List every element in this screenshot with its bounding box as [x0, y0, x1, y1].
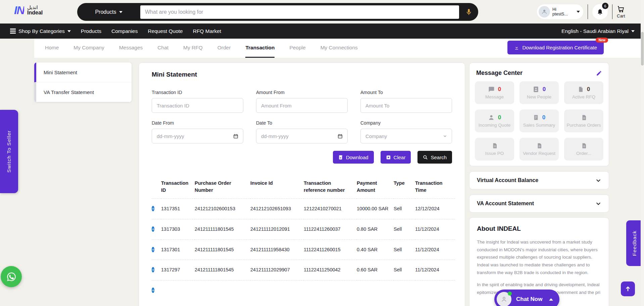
cell-po-number: 241211111801545 [195, 219, 250, 239]
tile-issue-po[interactable]: Issue PO [475, 138, 514, 161]
clear-button[interactable]: Clear [381, 151, 411, 164]
tab-people[interactable]: People [289, 39, 305, 58]
hamburger-menu-icon [10, 29, 16, 34]
transaction-id-input[interactable] [152, 98, 243, 113]
statement-sidebar: Mini Statement VA Transfer Statement [34, 62, 132, 102]
download-button-label: Download [346, 155, 368, 160]
cell-amount: 0.60 SAR [357, 260, 394, 280]
nav-shop-by-categories[interactable]: Shop By Categories [10, 28, 71, 34]
scroll-to-top-button[interactable] [621, 281, 635, 296]
amount-from-input[interactable] [256, 98, 348, 113]
tab-messages[interactable]: Messages [119, 39, 143, 58]
va-account-statement-accordion[interactable]: VA Account Statement [469, 194, 609, 213]
products-category-dropdown[interactable]: Products [77, 9, 140, 15]
sidebar-item-va-transfer-statement[interactable]: VA Transfer Statement [34, 82, 132, 102]
edit-pencil-icon[interactable] [596, 70, 602, 76]
cell-amount: 10000.00 SAR [357, 199, 394, 219]
logo-mark-icon: IN [14, 4, 24, 17]
switch-to-seller-tab[interactable]: Switch To Seller [0, 110, 18, 193]
chat-bubble-icon [488, 86, 495, 93]
switch-to-seller-label: Switch To Seller [6, 130, 12, 173]
tile-count: 0 [542, 114, 545, 121]
tile-active-rfq[interactable]: 0 Active RFQ [564, 81, 603, 104]
cell-reference: 11122411260015 [304, 239, 357, 260]
download-registration-certificate-button[interactable]: Download Registration Certificate New [507, 41, 604, 54]
transactions-table: Transaction ID Purchase Order Number Inv… [152, 178, 455, 301]
feedback-label: Feedback [632, 230, 638, 256]
tab-order[interactable]: Order [217, 39, 231, 58]
date-from-input[interactable]: dd-mm-yyyy [152, 129, 243, 143]
download-button[interactable]: x Download [333, 151, 374, 164]
feedback-tab[interactable]: Feedback [626, 220, 643, 266]
expand-row-button[interactable]: + [152, 226, 154, 232]
chevron-down-icon [67, 30, 71, 32]
language-currency-selector[interactable]: English - Saudi Arabian Riyal [561, 28, 635, 34]
search-input[interactable] [140, 5, 459, 19]
tile-label: Issue PO [485, 151, 504, 156]
chevron-down-icon [631, 30, 635, 32]
amount-from-label: Amount From [256, 90, 348, 95]
expand-row-button[interactable]: + [152, 288, 154, 293]
date-to-label: Date To [256, 120, 348, 126]
new-badge: New [596, 38, 608, 43]
virtual-account-balance-accordion[interactable]: Virtual Account Balance [469, 171, 609, 189]
page-scrollbar[interactable] [641, 0, 644, 306]
chat-now-button[interactable]: Chat Now [494, 290, 559, 306]
table-row: + 1317301 241211111801545 24121111195843… [152, 239, 455, 260]
search-pill: Products [77, 3, 478, 21]
company-value: Company [365, 133, 387, 139]
indeal-logo[interactable]: IN انديل Indeal [14, 4, 43, 17]
search-button[interactable]: Search [417, 151, 452, 164]
expand-row-button[interactable]: + [152, 247, 154, 252]
nav-label: Products [81, 28, 101, 34]
nav-rfq-market[interactable]: RFQ Market [193, 28, 221, 34]
voice-search-mic-icon[interactable] [459, 8, 478, 16]
chevron-down-icon [119, 11, 122, 13]
receipt-icon [533, 114, 539, 121]
notifications-button[interactable]: 6 [592, 4, 608, 19]
document-icon [581, 142, 587, 149]
accordion-label: Virtual Account Balance [477, 177, 538, 183]
nav-request-quote[interactable]: Request Quote [148, 28, 183, 34]
tab-my-rfq[interactable]: My RFQ [183, 39, 203, 58]
nav-companies[interactable]: Companies [111, 28, 138, 34]
chat-agent-avatar [497, 292, 511, 306]
calendar-icon [338, 134, 343, 139]
tab-chat[interactable]: Chat [157, 39, 168, 58]
nav-label: Shop By Categories [18, 28, 65, 34]
whatsapp-button[interactable] [1, 266, 22, 287]
tile-vendor-request[interactable]: Vendor Request [519, 138, 559, 161]
cell-po-number: 241212102600153 [195, 199, 250, 219]
tile-purchase-orders[interactable]: Purchase Orders [564, 110, 603, 132]
tile-count: 0 [498, 86, 501, 93]
company-select[interactable]: Company [360, 129, 452, 143]
tile-order[interactable]: Order... [564, 138, 603, 161]
tile-message[interactable]: 0 Message [475, 81, 514, 104]
user-menu[interactable]: Hi ptestS... [537, 4, 583, 19]
tab-home[interactable]: Home [45, 39, 59, 58]
notification-count-badge: 6 [602, 3, 608, 9]
search-button-label: Search [431, 155, 447, 160]
tab-my-company[interactable]: My Company [73, 39, 104, 58]
tab-my-connections[interactable]: My Connections [320, 39, 358, 58]
tile-sales-summary[interactable]: 0 Sales Summary [519, 110, 559, 132]
chevron-down-icon [577, 11, 580, 13]
download-icon [514, 45, 519, 50]
filter-actions: x Download Clear Search [152, 151, 452, 164]
tile-new-people[interactable]: 0 New People [519, 81, 559, 104]
amount-to-input[interactable] [360, 98, 452, 113]
cell-invoice-id: 241211112029907 [250, 260, 304, 280]
expand-row-button[interactable]: + [152, 267, 154, 272]
cart-button[interactable]: Cart [617, 5, 625, 18]
mini-statement-panel: Mini Statement Transaction ID Amount Fro… [139, 62, 465, 306]
whatsapp-icon [6, 271, 17, 282]
scrollbar-thumb[interactable] [641, 32, 644, 65]
date-to-input[interactable]: dd-mm-yyyy [256, 129, 348, 143]
tab-transaction[interactable]: Transaction [245, 39, 275, 58]
col-type: Type [394, 178, 415, 199]
tile-incoming-quote[interactable]: 0 Incoming Quote [475, 110, 514, 132]
sidebar-item-mini-statement[interactable]: Mini Statement [34, 62, 132, 82]
account-tab-strip: Home My Company Messages Chat My RFQ Ord… [34, 39, 644, 58]
expand-row-button[interactable]: + [152, 206, 154, 211]
nav-products[interactable]: Products [81, 28, 101, 34]
